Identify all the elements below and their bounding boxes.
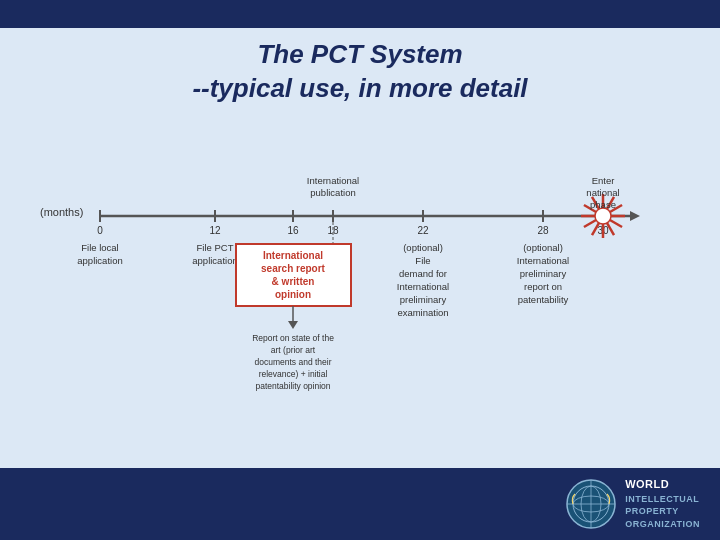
optional-report-label5: patentability bbox=[518, 294, 569, 305]
isr-label2: search report bbox=[261, 263, 326, 274]
wipo-org: ORGANIZATION bbox=[625, 518, 700, 531]
svg-point-20 bbox=[595, 208, 611, 224]
timeline-svg: (months) 0 12 16 18 bbox=[40, 126, 680, 436]
optional-demand-label5: preliminary bbox=[400, 294, 447, 305]
file-pct-label2: application bbox=[192, 255, 237, 266]
slide-title: The PCT System --typical use, in more de… bbox=[40, 38, 680, 106]
optional-demand-label1: (optional) bbox=[403, 242, 443, 253]
optional-demand-label2: File bbox=[415, 255, 430, 266]
wipo-emblem-icon bbox=[565, 478, 617, 530]
wipo-prop: PROPERTY bbox=[625, 505, 700, 518]
wipo-ip: INTELLECTUAL bbox=[625, 493, 700, 506]
optional-report-label3: preliminary bbox=[520, 268, 567, 279]
file-local-label1: File local bbox=[81, 242, 119, 253]
svg-text:28: 28 bbox=[537, 225, 549, 236]
report-state-label4: relevance) + initial bbox=[259, 369, 328, 379]
intl-pub-label2: publication bbox=[310, 187, 355, 198]
enter-national-label2: national bbox=[586, 187, 619, 198]
optional-demand-label4: International bbox=[397, 281, 449, 292]
report-state-label2: art (prior art bbox=[271, 345, 316, 355]
wipo-world: WORLD bbox=[625, 477, 700, 492]
svg-text:22: 22 bbox=[417, 225, 429, 236]
file-local-label2: application bbox=[77, 255, 122, 266]
report-state-label3: documents and their bbox=[254, 357, 331, 367]
report-state-label5: patentability opinion bbox=[255, 381, 330, 391]
bottom-bar: WORLD INTELLECTUAL PROPERTY ORGANIZATION bbox=[0, 468, 720, 540]
title-line2: --typical use, in more detail bbox=[192, 73, 527, 103]
timeline-wrapper: (months) 0 12 16 18 bbox=[40, 126, 680, 440]
optional-report-label4: report on bbox=[524, 281, 562, 292]
optional-demand-label6: examination bbox=[397, 307, 448, 318]
title-section: The PCT System --typical use, in more de… bbox=[40, 38, 680, 106]
optional-report-label2: International bbox=[517, 255, 569, 266]
wipo-text-block: WORLD INTELLECTUAL PROPERTY ORGANIZATION bbox=[625, 477, 700, 530]
isr-label3: & written bbox=[272, 276, 315, 287]
isr-arrow-head bbox=[288, 321, 298, 329]
enter-national-label1: Enter bbox=[592, 175, 615, 186]
title-line1: The PCT System bbox=[257, 39, 462, 69]
svg-text:16: 16 bbox=[287, 225, 299, 236]
intl-pub-label1: International bbox=[307, 175, 359, 186]
slide: The PCT System --typical use, in more de… bbox=[0, 0, 720, 540]
isr-label1: International bbox=[263, 250, 323, 261]
svg-text:0: 0 bbox=[97, 225, 103, 236]
enter-national-label3: phase bbox=[590, 199, 616, 210]
wipo-logo-area: WORLD INTELLECTUAL PROPERTY ORGANIZATION bbox=[565, 477, 700, 530]
timeline-arrow bbox=[630, 211, 640, 221]
isr-label4: opinion bbox=[275, 289, 311, 300]
optional-report-label1: (optional) bbox=[523, 242, 563, 253]
report-state-label1: Report on state of the bbox=[252, 333, 334, 343]
top-bar bbox=[0, 0, 720, 28]
svg-text:12: 12 bbox=[209, 225, 221, 236]
file-pct-label1: File PCT bbox=[197, 242, 234, 253]
months-label: (months) bbox=[40, 206, 83, 218]
content-area: The PCT System --typical use, in more de… bbox=[0, 28, 720, 468]
optional-demand-label3: demand for bbox=[399, 268, 447, 279]
